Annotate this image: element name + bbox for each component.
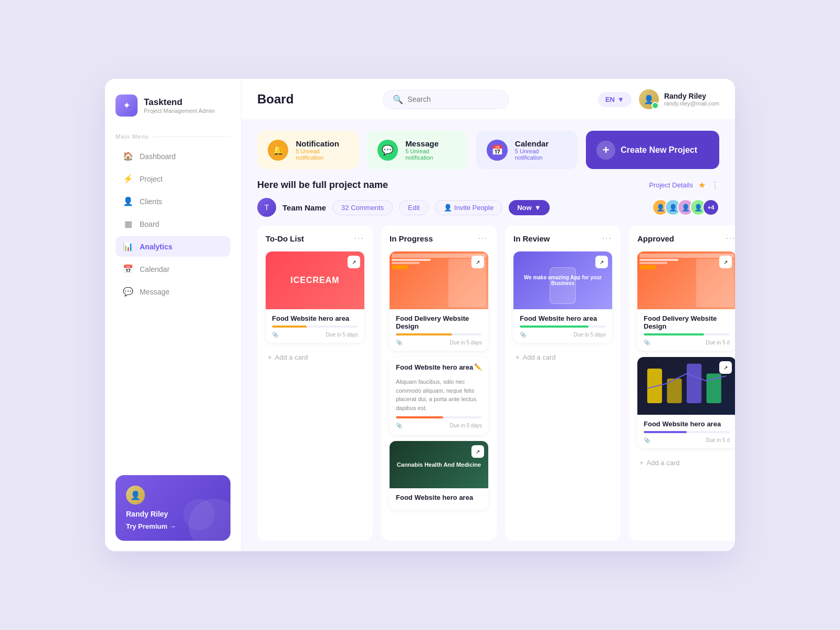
kanban-column-inreview: In Review ··· We make amazing App for yo… xyxy=(505,225,621,541)
search-input[interactable] xyxy=(407,95,499,103)
plus-icon: + xyxy=(639,459,644,467)
card-footer-2: 📎 Due in 5 days xyxy=(396,340,482,345)
kanban-card-4[interactable]: Cannabis Health And Medicine ↗ Food Webs… xyxy=(390,441,488,510)
card-title-6: Food Delivery Website Design xyxy=(644,314,730,330)
card-corner-icon-1: ↗ xyxy=(348,256,360,268)
search-box[interactable]: 🔍 xyxy=(383,90,509,109)
chevron-down-icon: ▼ xyxy=(617,96,624,103)
avatar: 👤 xyxy=(639,89,659,109)
kanban-card-5[interactable]: We make amazing App for your Business ↗ … xyxy=(513,251,612,343)
logo-icon: ✦ xyxy=(116,94,138,117)
sidebar-item-message[interactable]: 💬 Message xyxy=(116,281,230,302)
sidebar-item-clients[interactable]: 👤 Clients xyxy=(116,191,230,212)
premium-cta[interactable]: Try Premium → xyxy=(126,522,220,530)
kanban-card-7[interactable]: ↗ Food Website hero area 📎 Due in 5 d xyxy=(637,357,735,448)
col-title-todo: To-Do List xyxy=(266,234,304,243)
add-card-inreview[interactable]: + Add a card xyxy=(513,349,612,365)
mock-left xyxy=(639,259,695,307)
calendar-card[interactable]: 📅 Calendar 5 Unread notification xyxy=(476,131,578,169)
add-card-todo[interactable]: + Add a card xyxy=(266,349,364,365)
card-body-7: Food Website hero area 📎 Due in 5 d xyxy=(637,415,735,448)
card-progress-3 xyxy=(396,416,482,418)
sidebar-item-calendar[interactable]: 📅 Calendar xyxy=(116,259,230,279)
sidebar-item-label: Analytics xyxy=(140,243,172,251)
col-more-icon[interactable]: ··· xyxy=(354,234,364,243)
card-progress-bar-2 xyxy=(396,333,452,335)
invite-people-button[interactable]: 👤 Invite People xyxy=(435,200,502,215)
sidebar-item-project[interactable]: ⚡ Project xyxy=(116,169,230,189)
language-selector[interactable]: EN ▼ xyxy=(598,92,632,107)
col-more-icon[interactable]: ··· xyxy=(478,234,488,243)
card-corner-icon-6: ↗ xyxy=(719,256,732,268)
star-icon: ★ xyxy=(698,180,706,190)
team-bar: T Team Name 32 Comments Edit 👤 Invite Pe… xyxy=(242,198,735,225)
card-progress-bar-3 xyxy=(396,416,443,418)
main-content: Board 🔍 EN ▼ 👤 Randy Riley randy.riley@m… xyxy=(242,79,735,551)
message-info: Message 5 Unread notification xyxy=(405,139,457,161)
more-options-icon[interactable]: ⋮ xyxy=(711,180,719,190)
card-footer-7: 📎 Due in 5 d xyxy=(644,437,730,443)
page-title: Board xyxy=(257,92,293,107)
sidebar-item-label: Board xyxy=(140,220,159,228)
create-project-card[interactable]: + Create New Project xyxy=(586,131,719,169)
card-progress-bar-7 xyxy=(644,431,687,433)
kanban-card-3[interactable]: Food Website hero area ✏️ Aliquam faucib… xyxy=(390,357,488,435)
card-progress-6 xyxy=(644,333,730,335)
comments-button[interactable]: 32 Comments xyxy=(332,200,393,215)
sidebar-item-board[interactable]: ▦ Board xyxy=(116,214,230,234)
user-info: 👤 Randy Riley randy.riley@mail.com xyxy=(639,89,719,109)
edit-button[interactable]: Edit xyxy=(399,200,428,215)
card-body-4: Food Website hero area xyxy=(390,488,488,510)
clients-icon: 👤 xyxy=(123,196,133,206)
stats-row: 🔔 Notification 5 Unread notification 💬 M… xyxy=(242,120,735,180)
sidebar-item-dashboard[interactable]: 🏠 Dashboard xyxy=(116,146,230,166)
attachment-icon-1: 📎 xyxy=(272,332,278,338)
due-date-2: Due in 5 days xyxy=(450,340,482,345)
mock-btn xyxy=(639,265,656,269)
project-icon: ⚡ xyxy=(123,174,133,184)
kanban-card-2[interactable]: ↗ Food Delivery Website Design 📎 Due in … xyxy=(390,251,488,351)
svg-rect-2 xyxy=(687,364,701,403)
kanban-card-6[interactable]: ↗ Food Delivery Website Design 📎 Due in … xyxy=(637,251,735,351)
mock-btn xyxy=(392,265,408,269)
app-subtitle: Project Management Admin xyxy=(144,108,215,114)
col-title-approved: Approved xyxy=(637,234,674,243)
project-actions: Project Details ★ ⋮ xyxy=(649,180,719,190)
card-title-7: Food Website hero area xyxy=(644,420,730,428)
topbar-right: EN ▼ 👤 Randy Riley randy.riley@mail.com xyxy=(598,89,719,109)
sidebar-item-analytics[interactable]: 📊 Analytics xyxy=(116,236,230,257)
mock-line xyxy=(392,259,430,261)
message-label: Message xyxy=(405,139,457,148)
message-card[interactable]: 💬 Message 5 Unread notification xyxy=(367,131,468,169)
kanban-card-1[interactable]: ICECREAM ↗ Food Website hero area 📎 Due … xyxy=(266,251,364,343)
add-card-approved[interactable]: + Add a card xyxy=(637,455,735,471)
mock-left xyxy=(392,259,447,307)
dashboard-icon: 🏠 xyxy=(123,151,133,161)
card-corner-icon-2: ↗ xyxy=(471,256,484,268)
invite-label: Invite People xyxy=(454,204,494,212)
project-details-button[interactable]: Project Details xyxy=(649,181,693,189)
card-progress-2 xyxy=(396,333,482,335)
now-button[interactable]: Now ▼ xyxy=(509,200,549,215)
premium-card[interactable]: 👤 Randy Riley Try Premium → xyxy=(116,475,230,541)
col-title-inreview: In Review xyxy=(513,234,550,243)
notification-card[interactable]: 🔔 Notification 5 Unread notification xyxy=(257,131,359,169)
mock-line xyxy=(639,262,667,264)
message-stat-icon: 💬 xyxy=(377,140,398,161)
card-footer-6: 📎 Due in 5 d xyxy=(644,340,730,345)
mock-line xyxy=(392,262,419,264)
lang-label: EN xyxy=(605,96,615,103)
calendar-stat-icon: 📅 xyxy=(487,140,507,161)
topbar: Board 🔍 EN ▼ 👤 Randy Riley randy.riley@m… xyxy=(242,79,735,120)
card-image-5: We make amazing App for your Business ↗ xyxy=(513,251,612,309)
create-project-button[interactable]: + Create New Project xyxy=(596,141,697,160)
kanban-column-approved: Approved ··· xyxy=(629,225,735,541)
calendar-label: Calendar xyxy=(515,139,567,148)
now-label: Now xyxy=(517,204,531,212)
user-email: randy.riley@mail.com xyxy=(664,100,719,107)
member-more-count: +4 xyxy=(702,199,719,216)
col-more-icon[interactable]: ··· xyxy=(602,234,612,243)
card-progress-bar-1 xyxy=(272,326,307,328)
kanban-column-todo: To-Do List ··· ICECREAM ↗ Food Website h… xyxy=(257,225,373,541)
col-more-icon[interactable]: ··· xyxy=(726,234,735,243)
